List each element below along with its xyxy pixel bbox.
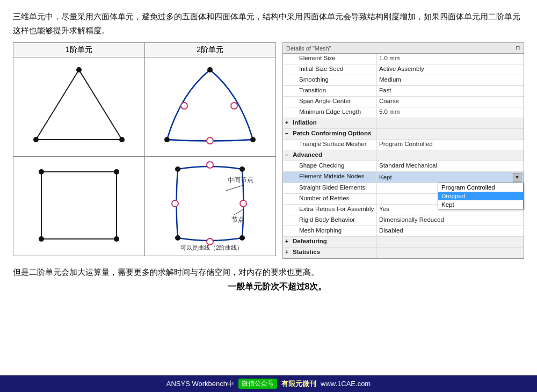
dropdown-arrow-icon[interactable]: ▼ (513, 173, 521, 182)
section-patch-conforming[interactable]: −Patch Conforming Options (283, 129, 524, 140)
row-element-size[interactable]: Element Size 1.0 mm (283, 54, 524, 64)
value-transition: Fast (377, 86, 524, 96)
svg-point-5 (164, 137, 170, 142)
svg-point-13 (114, 236, 119, 242)
toggle-inflation: + (285, 120, 292, 126)
label-mesh-morphing: Mesh Morphing (283, 226, 377, 236)
row-mesh-morphing[interactable]: Mesh Morphing Disabled (283, 226, 524, 237)
label-triangle-surface-mesher: Triangle Surface Mesher (283, 140, 377, 150)
section-inflation[interactable]: +Inflation (283, 118, 524, 129)
svg-line-25 (234, 209, 243, 215)
svg-point-14 (39, 236, 44, 242)
dropdown-option-kept[interactable]: Kept (438, 200, 523, 209)
svg-marker-0 (36, 70, 122, 140)
toggle-patch-conforming: − (285, 130, 292, 136)
first-order-triangle-svg (20, 59, 138, 153)
row-initial-size-seed[interactable]: Initial Size Seed Active Assembly (283, 64, 524, 75)
svg-point-20 (240, 200, 246, 207)
section-statistics[interactable]: +Statistics (283, 248, 524, 258)
dropdown-popup: Program Controlled Dropped Kept (438, 183, 524, 209)
toggle-defeaturing: + (285, 238, 292, 244)
svg-point-18 (175, 235, 180, 241)
svg-point-7 (181, 103, 187, 109)
section-advanced[interactable]: −Advanced (283, 150, 524, 161)
svg-line-23 (226, 185, 243, 191)
element-order-table: 1阶单元 2阶单元 (13, 42, 276, 256)
svg-point-11 (39, 169, 44, 175)
dropdown-option-program-controlled[interactable]: Program Controlled (438, 183, 523, 192)
toggle-statistics: + (285, 249, 292, 255)
label-inflation: +Inflation (283, 118, 377, 128)
value-advanced (377, 150, 524, 161)
footer-url: www.1CAE.com (321, 380, 371, 388)
section-defeaturing[interactable]: +Defeaturing (283, 237, 524, 248)
second-order-triangle-svg (151, 59, 269, 153)
value-element-midside-nodes[interactable]: Kept ▼ (377, 172, 524, 183)
first-order-triangle-cell (13, 57, 145, 157)
value-span-angle-center: Coarse (377, 97, 524, 107)
label-extra-retries: Extra Retries For Assembly (283, 205, 377, 215)
svg-point-8 (231, 103, 237, 109)
top-description: 三维单元中，尽量采用六面体单元，避免过多的五面体和四面体单元，结构中采用四面体单… (0, 0, 537, 42)
dropdown-option-dropped[interactable]: Dropped (438, 192, 523, 200)
value-patch-conforming (377, 129, 524, 139)
svg-point-2 (33, 137, 39, 142)
label-straight-sided-elements: Straight Sided Elements (283, 183, 377, 193)
second-order-triangle-cell (144, 57, 276, 157)
second-order-quad-svg: 中间节点 节点 可以是曲线（2阶曲线） (151, 158, 269, 252)
row-triangle-surface-mesher[interactable]: Triangle Surface Mesher Program Controll… (283, 140, 524, 150)
first-order-quad-svg (20, 158, 138, 252)
details-title-bar: Details of "Mesh" ⊓ (283, 43, 524, 54)
label-number-of-retries: Number of Retries (283, 194, 377, 204)
svg-point-9 (207, 137, 213, 144)
row-element-midside-nodes[interactable]: Element Midside Nodes Kept ▼ Program Con… (283, 172, 524, 183)
label-advanced: −Advanced (283, 150, 377, 161)
svg-point-4 (207, 67, 213, 72)
value-minimum-edge-length: 5.0 mm (377, 107, 524, 118)
second-order-quad-cell: 中间节点 节点 可以是曲线（2阶曲线） (144, 157, 276, 256)
wechat-badge: 微信公众号 (238, 379, 277, 389)
svg-point-12 (114, 169, 119, 175)
svg-point-15 (175, 166, 180, 172)
details-panel-title: Details of "Mesh" (286, 45, 331, 52)
main-content: 1阶单元 2阶单元 (0, 42, 537, 259)
svg-point-22 (172, 200, 178, 207)
svg-point-16 (240, 166, 245, 172)
label-patch-conforming: −Patch Conforming Options (283, 129, 377, 139)
first-order-quad-cell (13, 157, 145, 256)
value-smoothing: Medium (377, 75, 524, 85)
diagram-area: 1阶单元 2阶单元 (13, 42, 276, 259)
col2-header: 2阶单元 (144, 43, 276, 57)
value-defeaturing (377, 237, 524, 247)
value-mesh-morphing: Disabled (377, 226, 524, 236)
pin-icon: ⊓ (516, 45, 520, 52)
toggle-advanced: − (285, 152, 292, 158)
label-initial-size-seed: Initial Size Seed (283, 64, 377, 75)
svg-text:可以是曲线（2阶曲线）: 可以是曲线（2阶曲线） (180, 244, 243, 251)
label-span-angle-center: Span Angle Center (283, 97, 377, 107)
footer-brand: 有限元微刊 (281, 379, 316, 389)
row-smoothing[interactable]: Smoothing Medium (283, 75, 524, 86)
label-rigid-body-behavior: Rigid Body Behavior (283, 215, 377, 226)
label-statistics: +Statistics (283, 248, 377, 258)
bottom-description: 但是二阶单元会加大运算量，需要更多的求解时间与存储空间，对内存的要求也更高。 一… (0, 259, 537, 298)
value-initial-size-seed: Active Assembly (377, 64, 524, 75)
footer: ANSYS Workbench中 微信公众号 有限元微刊 www.1CAE.co… (0, 375, 537, 392)
value-element-size: 1.0 mm (377, 54, 524, 64)
svg-text:中间节点: 中间节点 (228, 176, 253, 184)
value-inflation (377, 118, 524, 128)
row-span-angle-center[interactable]: Span Angle Center Coarse (283, 97, 524, 107)
value-statistics (377, 248, 524, 258)
col1-header: 1阶单元 (13, 43, 145, 57)
label-element-midside-nodes: Element Midside Nodes (283, 172, 377, 183)
value-shape-checking: Standard Mechanical (377, 161, 524, 171)
row-shape-checking[interactable]: Shape Checking Standard Mechanical (283, 161, 524, 172)
label-defeaturing: +Defeaturing (283, 237, 377, 247)
label-transition: Transition (283, 86, 377, 96)
row-transition[interactable]: Transition Fast (283, 86, 524, 97)
row-rigid-body-behavior[interactable]: Rigid Body Behavior Dimensionally Reduce… (283, 215, 524, 226)
svg-point-1 (76, 67, 82, 72)
row-minimum-edge-length[interactable]: Minimum Edge Length 5.0 mm (283, 107, 524, 118)
label-element-size: Element Size (283, 54, 377, 64)
svg-text:节点: 节点 (231, 216, 244, 223)
